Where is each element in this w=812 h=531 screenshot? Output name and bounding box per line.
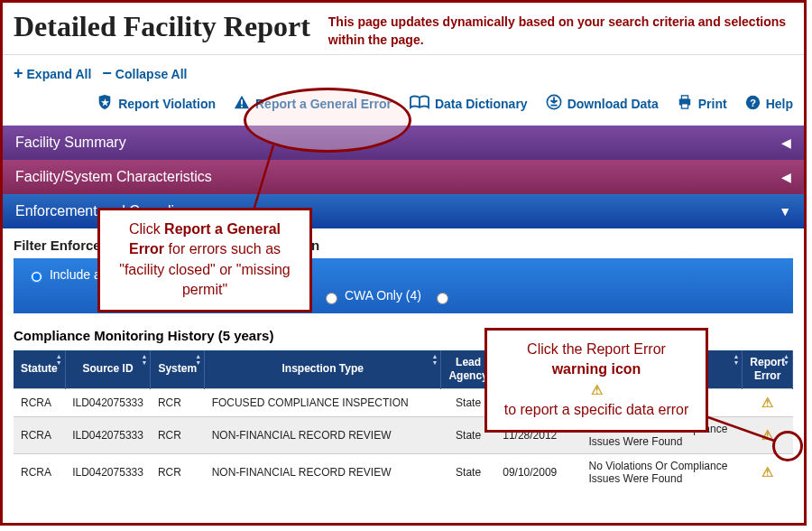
- cwa-only-radio[interactable]: [326, 293, 337, 304]
- svg-text:?: ?: [750, 97, 756, 107]
- callout-general-error: Click Report a General Error for errors …: [97, 208, 312, 312]
- cwa-only-label: CWA Only (4): [345, 288, 421, 303]
- facility-summary-label: Facility Summary: [15, 135, 126, 151]
- data-dictionary-label: Data Dictionary: [435, 97, 528, 111]
- warning-icon: ⚠: [591, 382, 603, 397]
- help-icon: ?: [745, 95, 761, 113]
- expand-all-button[interactable]: + Expand All: [14, 64, 91, 83]
- plus-icon: +: [14, 64, 23, 83]
- svg-rect-1: [241, 99, 243, 104]
- collapse-all-label: Collapse All: [115, 67, 188, 81]
- include-all-radio[interactable]: [31, 271, 42, 283]
- annotation-circle: [772, 431, 803, 461]
- facility-characteristics-section[interactable]: Facility/System Characteristics ◀: [3, 160, 804, 194]
- report-error-icon[interactable]: ⚠: [761, 464, 773, 480]
- collapse-all-button[interactable]: − Collapse All: [102, 64, 187, 83]
- collapsed-icon: ◀: [781, 135, 791, 150]
- facility-characteristics-label: Facility/System Characteristics: [15, 169, 212, 185]
- expanded-icon: ▼: [779, 204, 791, 219]
- svg-rect-2: [241, 106, 243, 107]
- svg-rect-7: [681, 104, 687, 108]
- col-statute[interactable]: Statute▲▼: [14, 350, 65, 389]
- book-icon: [410, 95, 429, 112]
- svg-rect-6: [681, 96, 687, 99]
- printer-icon: [677, 95, 693, 112]
- data-dictionary-button[interactable]: Data Dictionary: [410, 95, 528, 112]
- report-violation-button[interactable]: ★ Report Violation: [97, 94, 216, 113]
- col-inspection-type[interactable]: Inspection Type▲▼: [205, 350, 441, 389]
- report-error-icon[interactable]: ⚠: [761, 427, 773, 442]
- report-error-icon[interactable]: ⚠: [761, 395, 773, 410]
- col-report-error[interactable]: Report Error▲▼: [743, 350, 793, 389]
- annotation-oval: [244, 88, 411, 153]
- other-only-radio[interactable]: [437, 293, 448, 304]
- svg-text:★: ★: [101, 98, 109, 107]
- download-data-label: Download Data: [567, 97, 659, 111]
- dynamic-update-note: This page updates dynamically based on y…: [328, 14, 793, 49]
- help-button[interactable]: ? Help: [745, 95, 793, 113]
- print-button[interactable]: Print: [677, 95, 727, 112]
- download-icon: [546, 94, 562, 113]
- table-row: RCRAILD042075333RCRNON-FINANCIAL RECORD …: [14, 453, 793, 490]
- expand-all-label: Expand All: [27, 67, 92, 81]
- collapsed-icon: ◀: [781, 170, 791, 184]
- col-system[interactable]: System▲▼: [151, 350, 205, 389]
- callout-warning-icon: Click the Report Error warning icon ⚠ to…: [484, 328, 708, 433]
- minus-icon: −: [102, 64, 112, 83]
- report-violation-label: Report Violation: [118, 97, 216, 111]
- help-label: Help: [766, 97, 793, 111]
- star-badge-icon: ★: [97, 94, 113, 113]
- page-title: Detailed Facility Report: [14, 10, 310, 49]
- print-label: Print: [698, 97, 727, 111]
- col-source-id[interactable]: Source ID▲▼: [65, 350, 151, 389]
- download-data-button[interactable]: Download Data: [546, 94, 659, 113]
